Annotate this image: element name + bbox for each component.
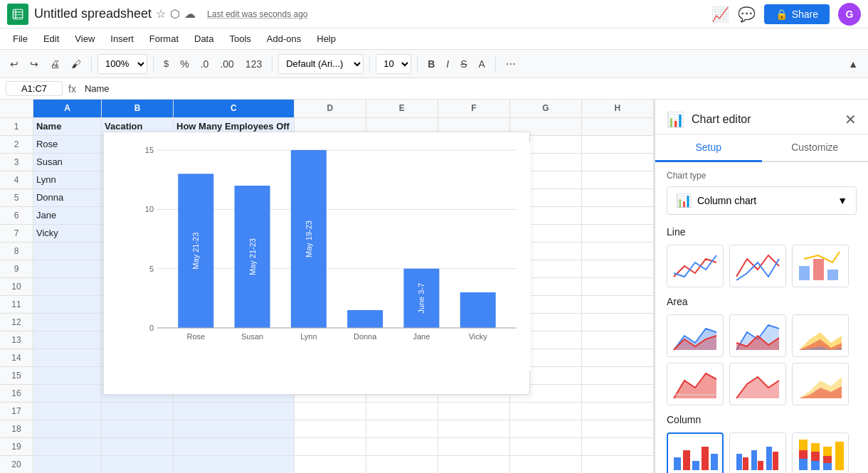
- cell[interactable]: Donna: [33, 188, 101, 206]
- chart-type-dropdown[interactable]: 📊 Column chart ▼: [667, 186, 857, 215]
- cell[interactable]: [509, 402, 581, 420]
- cell[interactable]: [581, 331, 653, 349]
- undo-button[interactable]: ↩: [6, 55, 23, 73]
- cell[interactable]: [581, 402, 653, 420]
- column-chart-option-1[interactable]: [667, 432, 724, 473]
- strikethrough-button[interactable]: S: [456, 55, 471, 73]
- cell[interactable]: [581, 135, 653, 153]
- cell[interactable]: [101, 437, 173, 455]
- star-icon[interactable]: ☆: [156, 7, 166, 21]
- cell[interactable]: [33, 295, 101, 313]
- cell[interactable]: [581, 277, 653, 295]
- avatar[interactable]: G: [838, 3, 861, 26]
- cell[interactable]: Name: [33, 117, 101, 135]
- cell[interactable]: [581, 171, 653, 188]
- cell[interactable]: [33, 420, 101, 437]
- col-header-c[interactable]: C: [174, 100, 295, 117]
- cell[interactable]: Jane: [33, 206, 101, 224]
- last-edit-text[interactable]: Last edit was seconds ago: [207, 9, 307, 19]
- cell[interactable]: [581, 437, 653, 455]
- area-chart-option-5[interactable]: [729, 363, 786, 405]
- cell[interactable]: [174, 402, 295, 420]
- cell[interactable]: [294, 437, 366, 455]
- cell[interactable]: [174, 437, 295, 455]
- minimize-toolbar-button[interactable]: ▲: [844, 55, 862, 73]
- line-chart-option-2[interactable]: [729, 245, 786, 287]
- cell[interactable]: [581, 206, 653, 224]
- cell[interactable]: [581, 153, 653, 171]
- column-chart-option-3[interactable]: [792, 432, 849, 473]
- area-chart-option-1[interactable]: [667, 314, 724, 357]
- menu-tools[interactable]: Tools: [222, 31, 258, 47]
- cell[interactable]: [33, 260, 101, 277]
- font-size-selector[interactable]: 10: [376, 54, 411, 74]
- formula-input[interactable]: [82, 82, 862, 95]
- comment-icon[interactable]: 💬: [738, 6, 756, 23]
- cell[interactable]: [438, 455, 509, 473]
- menu-view[interactable]: View: [68, 31, 102, 47]
- menu-edit[interactable]: Edit: [36, 31, 66, 47]
- cell[interactable]: [101, 420, 173, 437]
- cloud-icon[interactable]: ☁: [184, 7, 196, 21]
- cell-reference-input[interactable]: [6, 81, 63, 96]
- line-chart-option-3[interactable]: [792, 245, 849, 287]
- format-button[interactable]: 123: [241, 55, 266, 73]
- font-selector[interactable]: Default (Ari...): [278, 54, 364, 74]
- cell[interactable]: [438, 420, 509, 437]
- cell[interactable]: [294, 402, 366, 420]
- print-button[interactable]: 🖨: [46, 55, 64, 73]
- cell[interactable]: [174, 455, 295, 473]
- menu-insert[interactable]: Insert: [103, 31, 141, 47]
- cell[interactable]: [101, 402, 173, 420]
- zoom-selector[interactable]: 100%: [97, 54, 147, 74]
- cell[interactable]: [581, 224, 653, 242]
- col-header-a[interactable]: A: [33, 100, 101, 117]
- menu-help[interactable]: Help: [309, 31, 343, 47]
- col-header-h[interactable]: H: [581, 100, 653, 117]
- cell[interactable]: [581, 384, 653, 402]
- area-chart-option-6[interactable]: [792, 363, 849, 405]
- cell[interactable]: [33, 277, 101, 295]
- tab-setup[interactable]: Setup: [655, 134, 762, 162]
- cell[interactable]: [366, 455, 438, 473]
- decimal-increase-button[interactable]: .00: [216, 55, 238, 73]
- cell[interactable]: Rose: [33, 135, 101, 153]
- decimal-decrease-button[interactable]: .0: [196, 55, 213, 73]
- cell[interactable]: [294, 420, 366, 437]
- menu-data[interactable]: Data: [187, 31, 221, 47]
- cell[interactable]: Susan: [33, 153, 101, 171]
- cell[interactable]: [33, 402, 101, 420]
- cell[interactable]: [581, 349, 653, 366]
- italic-button[interactable]: I: [442, 55, 453, 73]
- cell[interactable]: [581, 188, 653, 206]
- area-chart-option-2[interactable]: [729, 314, 786, 357]
- menu-format[interactable]: Format: [142, 31, 186, 47]
- col-header-d[interactable]: D: [294, 100, 366, 117]
- cell[interactable]: [33, 455, 101, 473]
- col-header-g[interactable]: G: [509, 100, 581, 117]
- cell[interactable]: [294, 455, 366, 473]
- cell[interactable]: [174, 420, 295, 437]
- cell[interactable]: [581, 420, 653, 437]
- cell[interactable]: [366, 420, 438, 437]
- cell[interactable]: [33, 242, 101, 260]
- currency-button[interactable]: $: [159, 55, 173, 72]
- cell[interactable]: [438, 402, 509, 420]
- cell[interactable]: [101, 455, 173, 473]
- cell[interactable]: [33, 366, 101, 384]
- cell[interactable]: [438, 437, 509, 455]
- cell[interactable]: [509, 455, 581, 473]
- cell[interactable]: [581, 117, 653, 135]
- cell[interactable]: [581, 295, 653, 313]
- chart-container[interactable]: [103, 132, 530, 395]
- redo-button[interactable]: ↪: [26, 55, 43, 73]
- cell[interactable]: Vicky: [33, 224, 101, 242]
- cell[interactable]: [509, 420, 581, 437]
- line-chart-option-1[interactable]: [667, 245, 724, 287]
- cell[interactable]: [33, 437, 101, 455]
- cell[interactable]: [581, 366, 653, 384]
- cell[interactable]: Lynn: [33, 171, 101, 188]
- cell[interactable]: [33, 384, 101, 402]
- cell[interactable]: [509, 437, 581, 455]
- percent-button[interactable]: %: [176, 55, 193, 73]
